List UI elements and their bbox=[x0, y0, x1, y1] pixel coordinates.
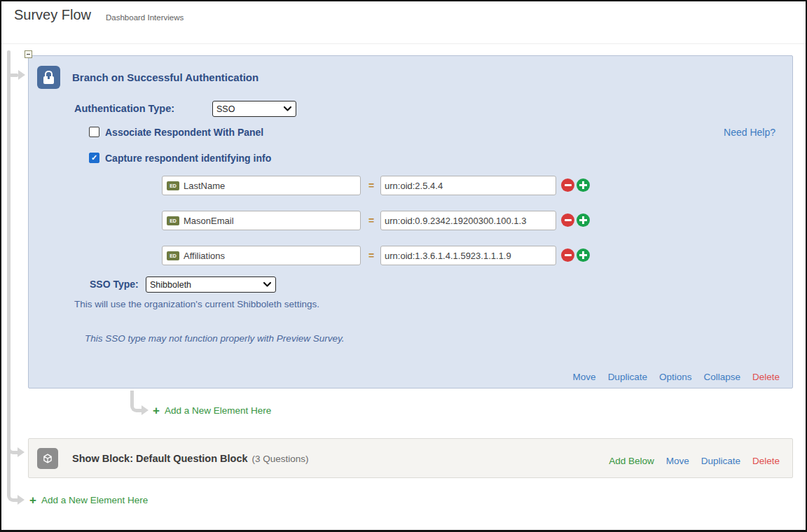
sso-type-select[interactable]: Shibboleth bbox=[146, 276, 276, 293]
sso-note-text: This will use the organization's current… bbox=[74, 299, 319, 309]
equals-sign: = bbox=[364, 215, 379, 226]
plus-icon bbox=[579, 251, 587, 259]
showblock-arrow-icon bbox=[18, 447, 25, 457]
embedded-data-icon: ED bbox=[167, 216, 179, 225]
inner-add-arrow-icon bbox=[142, 405, 149, 415]
options-link[interactable]: Options bbox=[659, 372, 692, 382]
move-link[interactable]: Move bbox=[666, 456, 689, 466]
showblock-arrow-elbow bbox=[7, 435, 18, 454]
minus-icon bbox=[565, 254, 572, 256]
duplicate-link[interactable]: Duplicate bbox=[608, 372, 647, 382]
add-element-inner[interactable]: + Add a New Element Here bbox=[153, 405, 271, 416]
field-name-text: Affiliations bbox=[184, 251, 225, 261]
field-value-input[interactable] bbox=[380, 211, 556, 230]
block-cube-icon bbox=[37, 448, 58, 469]
move-link[interactable]: Move bbox=[573, 372, 596, 382]
authentication-type-value: SSO bbox=[216, 104, 235, 114]
lock-icon bbox=[37, 66, 60, 89]
delete-link[interactable]: Delete bbox=[752, 372, 780, 382]
branch-collapse-toggle-icon[interactable] bbox=[25, 50, 32, 58]
capture-info-label: Capture respondent identifying info bbox=[105, 153, 271, 164]
collapse-link[interactable]: Collapse bbox=[703, 372, 740, 382]
equals-sign: = bbox=[364, 180, 379, 191]
field-row: ED Affiliations = bbox=[29, 246, 792, 265]
field-name-text: MasonEmail bbox=[184, 216, 234, 226]
add-element-bottom[interactable]: + Add a New Element Here bbox=[29, 494, 148, 506]
chevron-down-icon bbox=[284, 106, 291, 111]
show-block-panel: Show Block: Default Question Block (3 Qu… bbox=[28, 438, 793, 478]
field-value-input[interactable] bbox=[380, 176, 556, 195]
plus-icon bbox=[579, 216, 587, 224]
breadcrumb: Dashboard Interviews bbox=[106, 13, 184, 22]
show-block-title: Show Block: Default Question Block bbox=[72, 453, 248, 464]
field-name-text: LastName bbox=[184, 181, 225, 191]
remove-field-button[interactable] bbox=[561, 214, 574, 227]
add-field-button[interactable] bbox=[577, 248, 590, 262]
branch-arrow-icon bbox=[18, 70, 25, 80]
capture-info-checkbox[interactable]: ✓ bbox=[89, 153, 99, 163]
field-name-input[interactable]: ED Affiliations bbox=[162, 246, 361, 265]
embedded-data-icon: ED bbox=[167, 251, 179, 260]
field-name-input[interactable]: ED MasonEmail bbox=[162, 211, 361, 230]
branch-element-panel: Branch on Successful Authentication Auth… bbox=[28, 55, 793, 388]
minus-icon bbox=[565, 184, 572, 186]
add-element-inner-link[interactable]: Add a New Element Here bbox=[165, 405, 271, 416]
checkmark-icon: ✓ bbox=[91, 154, 97, 162]
add-element-bottom-link[interactable]: Add a New Element Here bbox=[41, 495, 148, 505]
flow-connector-line bbox=[7, 50, 11, 484]
bottom-arrow-elbow bbox=[7, 483, 18, 502]
show-block-actions: Add Below Move Duplicate Delete bbox=[609, 456, 780, 466]
page-title: Survey Flow bbox=[14, 7, 91, 23]
field-name-input[interactable]: ED LastName bbox=[162, 176, 361, 195]
inner-add-arrow-elbow bbox=[130, 391, 142, 412]
plus-icon: + bbox=[29, 494, 36, 506]
bottom-arrow-icon bbox=[18, 495, 25, 505]
add-below-link[interactable]: Add Below bbox=[609, 456, 654, 466]
equals-sign: = bbox=[364, 250, 379, 261]
branch-actions: Move Duplicate Options Collapse Delete bbox=[573, 372, 780, 382]
field-row: ED MasonEmail = bbox=[29, 211, 792, 230]
embedded-data-icon: ED bbox=[167, 181, 179, 190]
sso-type-value: Shibboleth bbox=[150, 280, 191, 290]
sso-type-label: SSO Type: bbox=[90, 279, 139, 290]
authentication-type-label: Authentication Type: bbox=[74, 103, 174, 114]
show-block-question-count: (3 Questions) bbox=[252, 454, 309, 464]
branch-arrow-line bbox=[10, 74, 18, 77]
remove-field-button[interactable] bbox=[561, 248, 574, 262]
add-field-button[interactable] bbox=[577, 178, 590, 192]
duplicate-link[interactable]: Duplicate bbox=[701, 456, 740, 466]
associate-respondent-checkbox[interactable] bbox=[89, 127, 99, 137]
add-field-button[interactable] bbox=[577, 214, 590, 227]
delete-link[interactable]: Delete bbox=[752, 456, 780, 466]
plus-icon: + bbox=[153, 405, 160, 416]
cube-glyph bbox=[40, 451, 55, 466]
associate-respondent-label: Associate Respondent With Panel bbox=[105, 127, 263, 138]
show-block-title-row: Show Block: Default Question Block (3 Qu… bbox=[72, 448, 309, 469]
minus-icon bbox=[565, 219, 572, 221]
chevron-down-icon bbox=[263, 282, 271, 287]
field-value-input[interactable] bbox=[380, 246, 556, 265]
sso-warning-text: This SSO type may not function properly … bbox=[85, 333, 344, 344]
header-divider bbox=[1, 43, 806, 44]
survey-flow-page: Survey Flow Dashboard Interviews Branch … bbox=[0, 0, 807, 532]
field-row: ED LastName = bbox=[29, 176, 792, 195]
authentication-type-select[interactable]: SSO bbox=[212, 101, 296, 117]
lock-body bbox=[43, 76, 54, 84]
branch-title: Branch on Successful Authentication bbox=[72, 66, 258, 89]
need-help-link[interactable]: Need Help? bbox=[724, 127, 775, 138]
remove-field-button[interactable] bbox=[561, 178, 574, 192]
plus-icon bbox=[579, 181, 587, 189]
